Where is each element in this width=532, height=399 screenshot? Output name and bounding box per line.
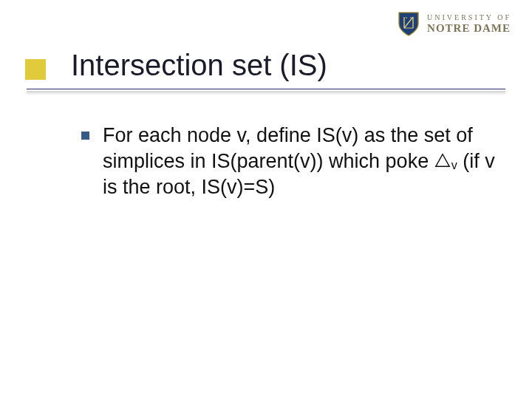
- university-logo: UNIVERSITY OF NOTRE DAME: [398, 10, 511, 37]
- university-logo-text: UNIVERSITY OF NOTRE DAME: [427, 14, 511, 34]
- slide-title: Intersection set (IS): [71, 49, 327, 82]
- square-bullet-icon: [81, 132, 89, 140]
- slide: UNIVERSITY OF NOTRE DAME Intersection se…: [0, 0, 532, 399]
- logo-line1: UNIVERSITY OF: [427, 14, 511, 21]
- triangle-icon: [434, 152, 451, 168]
- title-underline-shadow: [27, 91, 505, 95]
- triangle-symbol: [434, 149, 451, 175]
- bullet-text: For each node v, define IS(v) as the set…: [103, 123, 495, 200]
- triangle-subscript: v: [451, 158, 457, 171]
- title-underline: [27, 89, 505, 89]
- logo-line2: NOTRE DAME: [427, 23, 511, 34]
- slide-body: For each node v, define IS(v) as the set…: [81, 123, 495, 200]
- bullet-text-prefix: For each node v, define IS(v) as the set…: [103, 124, 473, 172]
- bullet-item: For each node v, define IS(v) as the set…: [81, 123, 495, 200]
- title-accent-square: [25, 59, 46, 80]
- shield-icon: [398, 10, 420, 37]
